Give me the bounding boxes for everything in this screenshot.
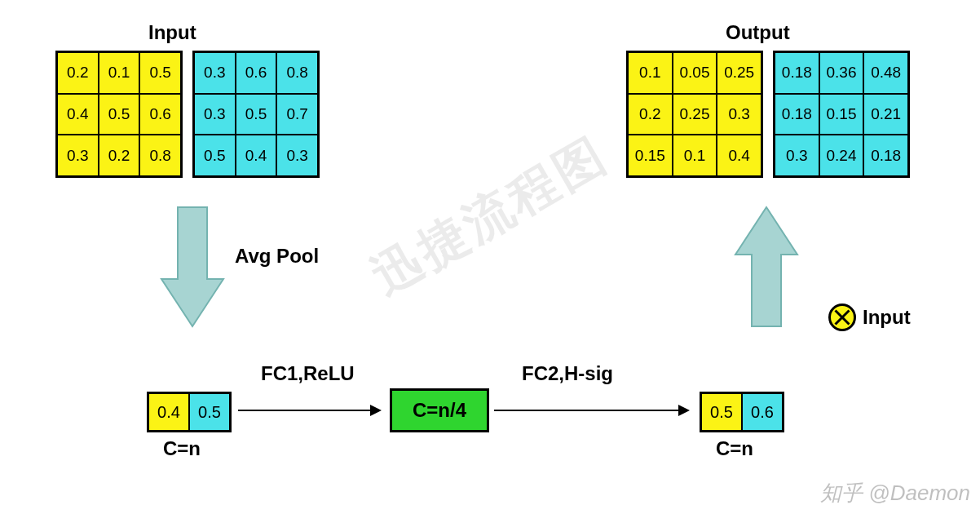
cell: 0.25 <box>717 52 761 94</box>
cell: 0.5 <box>139 52 181 94</box>
cell: 0.05 <box>673 52 717 94</box>
cell: 0.25 <box>673 94 717 135</box>
cell: 0.4 <box>57 94 99 135</box>
watermark-corner: 知乎 @Daemon <box>820 479 970 507</box>
cell: 0.24 <box>819 135 864 176</box>
output-title: Output <box>726 21 790 44</box>
cell: 0.1 <box>99 52 140 94</box>
cell: 0.3 <box>276 135 318 176</box>
cell: 0.48 <box>863 52 908 94</box>
input-title: Input <box>148 21 196 44</box>
cell: 0.3 <box>717 94 761 135</box>
cell: 0.18 <box>775 94 819 135</box>
bottleneck-label: C=n/4 <box>413 399 466 422</box>
input-grid-yellow: 0.2 0.1 0.5 0.4 0.5 0.6 0.3 0.2 0.8 <box>55 51 183 178</box>
pooled-vector: 0.4 0.5 <box>147 392 232 432</box>
cell: 0.8 <box>139 135 181 176</box>
cell: 0.18 <box>863 135 908 176</box>
cell: 0.21 <box>863 94 908 135</box>
cell: 0.6 <box>742 393 783 431</box>
watermark-center: 迅捷流程图 <box>360 122 620 310</box>
cell: 0.4 <box>236 135 277 176</box>
svg-marker-0 <box>161 207 223 326</box>
cell: 0.8 <box>276 52 318 94</box>
otimes-label: Input <box>863 306 911 329</box>
cell: 0.6 <box>236 52 277 94</box>
cn-left-label: C=n <box>163 437 201 460</box>
cell: 0.3 <box>194 52 236 94</box>
cell: 0.4 <box>148 393 189 431</box>
cell: 0.2 <box>57 52 99 94</box>
svg-marker-1 <box>735 207 797 326</box>
cell: 0.5 <box>701 393 742 431</box>
cell: 0.5 <box>99 94 140 135</box>
otimes-icon <box>828 304 856 331</box>
cell: 0.3 <box>775 135 819 176</box>
cell: 0.5 <box>194 135 236 176</box>
cell: 0.7 <box>276 94 318 135</box>
fc2-label: FC2,H-sig <box>522 362 613 385</box>
fc1-label: FC1,ReLU <box>261 362 355 385</box>
output-grid-cyan: 0.18 0.36 0.48 0.18 0.15 0.21 0.3 0.24 0… <box>773 51 910 178</box>
cell: 0.2 <box>628 94 673 135</box>
otimes-input: Input <box>828 304 911 331</box>
arrow-up-icon <box>734 206 799 328</box>
cell: 0.6 <box>139 94 181 135</box>
cell: 0.1 <box>628 52 673 94</box>
cell: 0.18 <box>775 52 819 94</box>
avgpool-label: Avg Pool <box>235 245 319 268</box>
cell: 0.5 <box>236 94 277 135</box>
cell: 0.2 <box>99 135 140 176</box>
arrow-fc1 <box>238 410 380 411</box>
scale-vector: 0.5 0.6 <box>700 392 784 432</box>
bottleneck-box: C=n/4 <box>390 388 489 432</box>
input-grid-cyan: 0.3 0.6 0.8 0.3 0.5 0.7 0.5 0.4 0.3 <box>192 51 320 178</box>
arrow-down-icon <box>160 206 225 328</box>
cell: 0.15 <box>819 94 864 135</box>
cell: 0.1 <box>673 135 717 176</box>
cell: 0.36 <box>819 52 864 94</box>
cell: 0.3 <box>194 94 236 135</box>
cell: 0.4 <box>717 135 761 176</box>
arrow-fc2 <box>494 410 688 411</box>
cell: 0.5 <box>189 393 230 431</box>
cell: 0.3 <box>57 135 99 176</box>
cell: 0.15 <box>628 135 673 176</box>
output-grid-yellow: 0.1 0.05 0.25 0.2 0.25 0.3 0.15 0.1 0.4 <box>626 51 763 178</box>
cn-right-label: C=n <box>716 437 753 460</box>
